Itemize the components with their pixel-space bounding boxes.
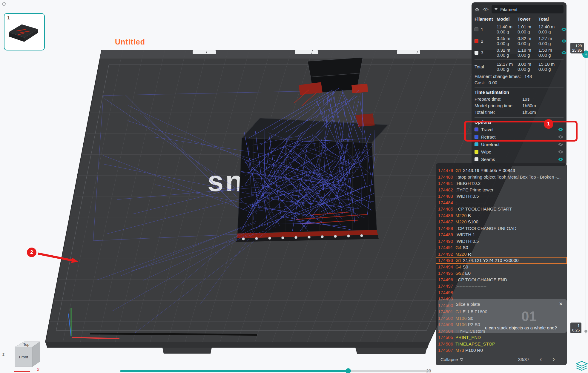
- gcode-line-number: 174488: [438, 225, 455, 232]
- filament-row: 20.45 m0.00 g0.82 m0.00 g1.27 m0.00 g: [475, 36, 564, 46]
- gcode-viewer: 174479G1 X143.19 Y96.505 E.00843174480; …: [436, 163, 567, 365]
- plate-number: 1: [7, 15, 10, 21]
- gcode-line-number: 174481: [438, 180, 455, 187]
- layer-slider-bottom-handle[interactable]: [584, 330, 587, 333]
- prev-page-button[interactable]: ‹: [540, 355, 542, 363]
- visibility-eye-icon[interactable]: [558, 127, 564, 132]
- filament-color-swatch: [475, 39, 478, 43]
- visibility-eye-icon[interactable]: [561, 38, 567, 44]
- gcode-line[interactable]: 174484;--------------------: [436, 199, 567, 206]
- visibility-eye-icon[interactable]: [561, 27, 567, 32]
- annotation-badge-2: 2: [27, 248, 36, 257]
- gcode-line[interactable]: 174487M220 S100: [436, 219, 567, 225]
- gcode-line[interactable]: 174486M220 B: [436, 212, 567, 219]
- gcode-line-number: 174493: [438, 257, 455, 264]
- filament-color-swatch: [475, 27, 478, 31]
- gcode-line[interactable]: 174494G4 S0: [436, 264, 567, 270]
- gcode-line-number: 174487: [438, 219, 455, 225]
- gcode-line[interactable]: 174485; CP TOOLCHANGE START: [436, 206, 567, 212]
- legend-type-dropdown[interactable]: Filament: [492, 5, 564, 13]
- filament-row: 111.40 m0.00 g1.01 m0.00 g12.40 m0.00 g: [475, 24, 564, 34]
- visibility-eye-off-icon[interactable]: [558, 142, 564, 147]
- annotation-badge-1: 1: [544, 119, 553, 129]
- next-page-button[interactable]: ›: [553, 355, 555, 363]
- gcode-line[interactable]: 174488; CP TOOLCHANGE UNLOAD: [436, 225, 567, 232]
- gcode-line[interactable]: 174506TIMELAPSE_STOP: [436, 341, 567, 347]
- option-color-swatch: [475, 157, 478, 161]
- gcode-line-number: 174489: [438, 231, 455, 238]
- gcode-line-number: 174496: [438, 277, 455, 283]
- gcode-line[interactable]: 174489;WIDTH:1: [436, 231, 567, 238]
- visibility-eye-icon[interactable]: [561, 50, 567, 56]
- layer-slider-bottom-label: 10.25: [570, 323, 581, 333]
- app-window: snapmaker: [0, 0, 588, 373]
- close-icon[interactable]: ×: [559, 300, 563, 307]
- gcode-line[interactable]: 174481;HEIGHT:0.2: [436, 180, 567, 187]
- plate-tab: [355, 348, 427, 354]
- gcode-line-number: 174498: [438, 289, 455, 296]
- gcode-line[interactable]: 174492M220 R: [436, 251, 567, 257]
- gcode-line[interactable]: 174479G1 X143.19 Y96.505 E.00843: [436, 167, 567, 174]
- gcode-line[interactable]: 174480; stop printing object Toph Metal …: [436, 174, 567, 180]
- model-printing-time: Model printing time: 1h50m: [475, 102, 564, 109]
- step-slider-fill: [120, 370, 348, 372]
- filament-id: 2: [481, 39, 483, 44]
- gcode-line-number: 174484: [438, 199, 455, 206]
- gcode-line-number: 174495: [438, 270, 455, 277]
- step-slider-track[interactable]: [120, 370, 431, 372]
- visibility-eye-off-icon[interactable]: [558, 149, 564, 155]
- app-logo-icon[interactable]: [576, 361, 588, 372]
- gcode-line[interactable]: 174507M73 P100 R0: [436, 347, 567, 354]
- plate-tab: [162, 348, 212, 354]
- option-label: Travel: [481, 127, 493, 132]
- option-color-swatch: [475, 128, 478, 131]
- gcode-line[interactable]: 174483;WIDTH:0.5: [436, 193, 567, 199]
- gcode-collapse-button[interactable]: Collapse: [440, 357, 464, 362]
- gcode-line[interactable]: 174498: [436, 289, 567, 296]
- gcode-line[interactable]: 174491G4 S0: [436, 244, 567, 251]
- gcode-line[interactable]: 174505PRINT_END: [436, 334, 567, 341]
- gcode-view-toggle-icon[interactable]: </>: [483, 7, 489, 12]
- tip-title: Slice a plate: [456, 302, 480, 307]
- view-cube-top-label: Top: [23, 342, 30, 347]
- caret-down-icon: [495, 8, 498, 10]
- filament-change-times: Filament change times:148: [475, 73, 564, 79]
- gcode-line-number: 174480: [438, 174, 455, 180]
- prepare-time: Prepare time: 19s: [475, 96, 564, 102]
- panel-collapse-icon[interactable]: [475, 7, 480, 12]
- option-row-wipe: Wipe: [475, 148, 564, 156]
- gcode-line[interactable]: 174495G92 E0: [436, 270, 567, 277]
- step-slider-handle[interactable]: [346, 368, 351, 373]
- step-slider-value: 23: [426, 368, 431, 373]
- time-estimation-title: Time Estimation: [475, 90, 564, 95]
- total-label: Total: [475, 64, 484, 69]
- gcode-line-number: 174506: [438, 341, 455, 347]
- layer-slider-track[interactable]: [586, 44, 586, 334]
- gcode-line-number: 174494: [438, 264, 455, 270]
- plate-thumbnail[interactable]: 1: [4, 13, 45, 50]
- gcode-line[interactable]: 174493G1 X174.121 Y224.210 F30000: [436, 257, 567, 264]
- option-color-swatch: [475, 142, 478, 146]
- gcode-line[interactable]: 174496; CP TOOLCHANGE END: [436, 277, 567, 283]
- corner-collapse-icon[interactable]: [1, 1, 7, 7]
- gcode-line-number: 174485: [438, 206, 455, 212]
- gcode-line[interactable]: 174482;TYPE:Prime tower: [436, 187, 567, 193]
- option-label: Wipe: [481, 149, 491, 154]
- option-label: Unretract: [481, 142, 500, 147]
- gcode-line[interactable]: 174490;WIDTH:0.5: [436, 238, 567, 245]
- option-row-retract: Retract: [475, 133, 564, 141]
- visibility-eye-off-icon[interactable]: [558, 134, 564, 140]
- view-cube-front-label: Front: [19, 355, 28, 359]
- gcode-line[interactable]: 174497;--------------------: [436, 283, 567, 289]
- visibility-eye-icon[interactable]: [558, 156, 564, 162]
- option-label: Retract: [481, 134, 495, 139]
- collapse-icon: [460, 358, 464, 361]
- project-title: Untitled: [115, 38, 145, 46]
- option-label: Seams: [481, 157, 495, 162]
- gcode-line-number: 174483: [438, 193, 455, 199]
- axis-x-label: X: [37, 367, 39, 372]
- divider: [475, 88, 564, 88]
- gcode-line-number: 174505: [438, 334, 455, 341]
- plate-thumbnail-preview: [4, 14, 43, 49]
- filament-id: 1: [481, 27, 483, 32]
